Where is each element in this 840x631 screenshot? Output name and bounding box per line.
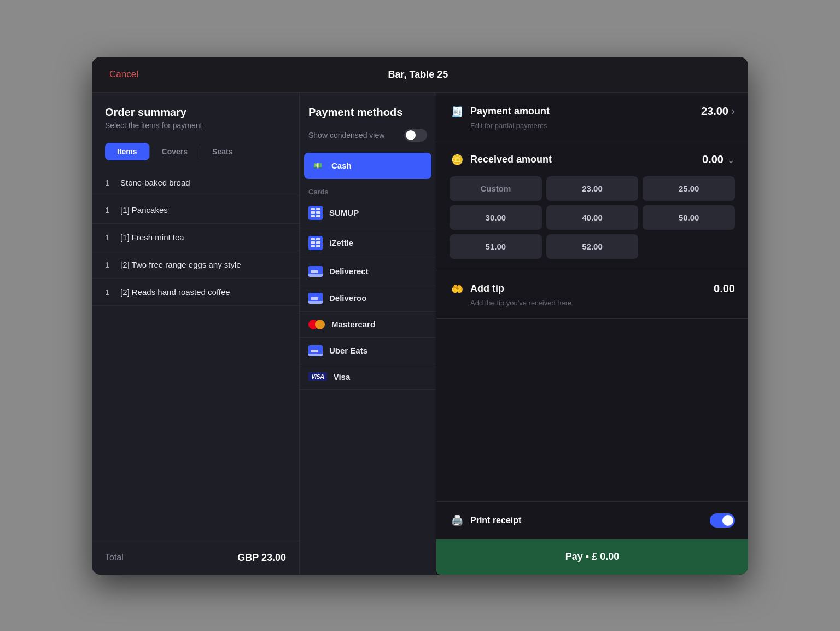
payment-amount-row: 🧾 Payment amount 23.00 › [450, 104, 735, 119]
amount-btn-custom[interactable]: Custom [450, 176, 542, 201]
amount-btn-40[interactable]: 40.00 [546, 205, 639, 230]
pay-button[interactable]: Pay • £ 0.00 [436, 539, 748, 575]
chevron-right-icon[interactable]: › [732, 106, 735, 117]
payment-amount-section: 🧾 Payment amount 23.00 › Edit for partia… [436, 93, 748, 141]
payment-amount-subtitle: Edit for partial payments [470, 121, 735, 130]
chevron-down-icon[interactable]: ⌄ [727, 154, 735, 166]
tab-covers[interactable]: Covers [150, 143, 200, 160]
tab-seats[interactable]: Seats [200, 143, 244, 160]
amount-btn-50[interactable]: 50.00 [643, 205, 735, 230]
item-qty: 1 [105, 287, 115, 297]
payment-method-visa[interactable]: VISA Visa [300, 364, 436, 390]
received-amount-row: 🪙 Received amount 0.00 ⌄ [450, 152, 735, 167]
tip-amount-value: 0.00 [714, 282, 735, 295]
printer-icon: 🖨️ [450, 513, 465, 528]
payment-method-ubereats[interactable]: Uber Eats [300, 338, 436, 364]
item-name: [1] Fresh mint tea [120, 233, 184, 242]
condensed-view-label: Show condensed view [308, 131, 384, 140]
order-tabs: Items Covers Seats [105, 143, 286, 160]
mastercard-icon [308, 320, 325, 329]
table-row[interactable]: 1 [1] Fresh mint tea [92, 224, 299, 251]
tab-items[interactable]: Items [105, 143, 149, 160]
cards-section-label: Cards [300, 181, 436, 198]
order-summary-panel: Order summary Select the items for payme… [92, 93, 300, 575]
received-amount-right[interactable]: 0.00 ⌄ [702, 153, 735, 166]
tip-icon: 🤲 [450, 281, 465, 297]
total-label: Total [105, 553, 124, 563]
card-icon [308, 345, 323, 356]
total-amount: GBP 23.00 [237, 552, 286, 564]
print-receipt-row: 🖨️ Print receipt [436, 501, 748, 539]
item-name: Stone-baked bread [120, 178, 190, 187]
table-row[interactable]: 1 [2] Reads hand roasted coffee [92, 279, 299, 306]
amount-btn-23[interactable]: 23.00 [546, 176, 639, 201]
payment-method-izettle[interactable]: iZettle [300, 228, 436, 258]
item-name: [2] Reads hand roasted coffee [120, 287, 230, 297]
visa-icon: VISA [308, 372, 327, 381]
payment-item-label: Deliveroo [329, 293, 366, 303]
payment-method-sumup[interactable]: SUMUP [300, 198, 436, 228]
card-icon [308, 266, 323, 277]
payment-item-label: iZettle [329, 238, 353, 247]
payment-methods-panel: Payment methods Show condensed view 💵 Ca… [300, 93, 436, 575]
print-receipt-toggle[interactable] [710, 513, 735, 528]
payment-amount-right: 23.00 › [701, 105, 735, 118]
order-summary-title: Order summary [105, 106, 286, 119]
print-receipt-left: 🖨️ Print receipt [450, 513, 521, 528]
payment-amount-title: Payment amount [470, 106, 550, 117]
order-summary-subtitle: Select the items for payment [105, 121, 286, 130]
received-amount-section: 🪙 Received amount 0.00 ⌄ Custom 23.00 25… [436, 141, 748, 270]
calc-icon [308, 236, 323, 250]
item-name: [2] Two free range eggs any style [120, 260, 241, 269]
modal-title: Bar, Table 25 [388, 69, 448, 80]
payment-method-deliveroo[interactable]: Deliveroo [300, 285, 436, 312]
modal-header: Cancel Bar, Table 25 [92, 57, 748, 93]
payment-modal: Cancel Bar, Table 25 Order summary Selec… [92, 57, 748, 575]
payment-item-label: Mastercard [331, 320, 375, 329]
table-row[interactable]: 1 Stone-baked bread [92, 169, 299, 196]
add-tip-title: Add tip [470, 283, 504, 294]
add-tip-subtitle: Add the tip you've received here [470, 299, 735, 307]
receipt-icon: 🧾 [450, 104, 465, 119]
add-tip-row: 🤲 Add tip 0.00 [450, 281, 735, 297]
payment-item-label: SUMUP [329, 208, 359, 217]
amount-btn-25[interactable]: 25.00 [643, 176, 735, 201]
payment-methods-header: Payment methods [300, 106, 436, 129]
cancel-button[interactable]: Cancel [109, 69, 138, 80]
items-list: 1 Stone-baked bread 1 [1] Pancakes 1 [1]… [92, 169, 299, 541]
received-amount-title: Received amount [470, 154, 552, 165]
print-receipt-label: Print receipt [470, 516, 521, 525]
cash-icon: 💵 [311, 160, 325, 171]
order-total-footer: Total GBP 23.00 [92, 541, 299, 575]
payment-details-panel: 🧾 Payment amount 23.00 › Edit for partia… [436, 93, 748, 575]
payment-method-cash[interactable]: 💵 Cash [304, 153, 431, 179]
amount-btn-30[interactable]: 30.00 [450, 205, 542, 230]
payment-item-label: Uber Eats [329, 346, 368, 355]
table-row[interactable]: 1 [2] Two free range eggs any style [92, 251, 299, 279]
modal-body: Order summary Select the items for payme… [92, 93, 748, 575]
payment-item-label: Deliverect [329, 267, 369, 276]
table-row[interactable]: 1 [1] Pancakes [92, 196, 299, 224]
condensed-view-row: Show condensed view [300, 129, 436, 150]
amount-btn-52[interactable]: 52.00 [546, 234, 639, 259]
payment-methods-list: 💵 Cash Cards SUMUP iZettle [300, 150, 436, 575]
calc-icon [308, 206, 323, 220]
payment-item-label: Visa [334, 372, 351, 381]
order-summary-header: Order summary Select the items for payme… [92, 106, 299, 134]
payment-item-label: Cash [331, 161, 352, 170]
add-tip-left: 🤲 Add tip [450, 281, 504, 297]
condensed-view-toggle[interactable] [404, 129, 427, 142]
quick-amounts-grid: Custom 23.00 25.00 30.00 40.00 50.00 51.… [450, 176, 735, 259]
add-tip-section: 🤲 Add tip 0.00 Add the tip you've receiv… [436, 270, 748, 319]
payment-method-mastercard[interactable]: Mastercard [300, 312, 436, 338]
payment-method-deliverect[interactable]: Deliverect [300, 258, 436, 285]
payment-amount-value: 23.00 [701, 105, 728, 118]
payment-methods-title: Payment methods [308, 106, 427, 119]
received-amount-value: 0.00 [702, 153, 724, 166]
item-qty: 1 [105, 205, 115, 215]
amount-btn-51[interactable]: 51.00 [450, 234, 542, 259]
card-icon [308, 293, 323, 304]
item-qty: 1 [105, 260, 115, 269]
payment-amount-left: 🧾 Payment amount [450, 104, 550, 119]
item-qty: 1 [105, 233, 115, 242]
